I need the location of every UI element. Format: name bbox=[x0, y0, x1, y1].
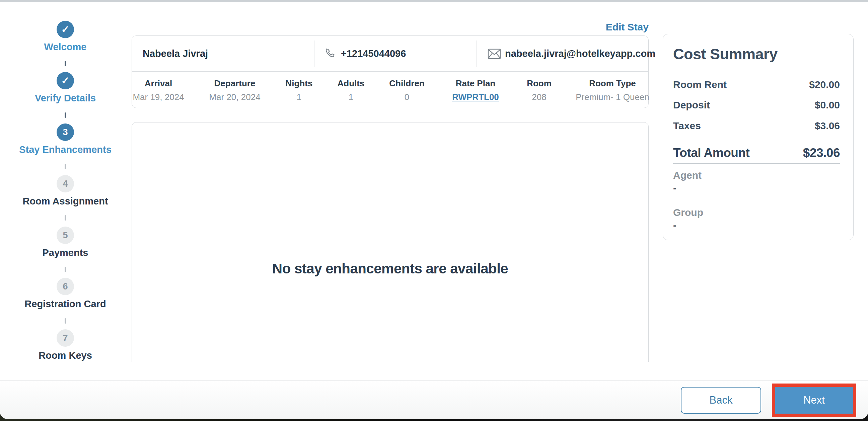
agent-value: - bbox=[673, 183, 677, 194]
cost-row-value: $0.00 bbox=[815, 99, 840, 111]
stay-col-header: Adults bbox=[338, 78, 365, 89]
stay-col-adults: Adults 1 bbox=[338, 72, 365, 102]
cost-total-row: Total Amount $23.06 bbox=[673, 146, 840, 160]
stay-col-room: Room 208 bbox=[527, 72, 552, 102]
stay-col-rate-plan: Rate Plan RWPRTL00 bbox=[452, 72, 499, 102]
cost-summary-card: Cost Summary Room Rent $20.00 Deposit $0… bbox=[663, 34, 854, 240]
guest-email: nabeela.jivraj@hotelkeyapp.com bbox=[488, 36, 655, 72]
stay-col-header: Room bbox=[527, 78, 552, 89]
step-connector bbox=[65, 267, 66, 272]
stay-col-value: 1 bbox=[338, 92, 365, 102]
stay-enhancements-panel: No stay enhancements are available bbox=[132, 122, 649, 362]
group-value: - bbox=[673, 220, 677, 231]
empty-state-message: No stay enhancements are available bbox=[132, 261, 648, 277]
stay-col-value: Mar 20, 2024 bbox=[209, 92, 260, 102]
divider bbox=[314, 40, 314, 67]
stay-col-room-type: Room Type Premium- 1 Queen bbox=[576, 72, 649, 102]
back-button[interactable]: Back bbox=[681, 387, 761, 414]
stay-col-departure: Departure Mar 20, 2024 bbox=[209, 72, 260, 102]
step-circle-room-assignment[interactable]: 4 bbox=[57, 175, 74, 192]
cost-row-label: Room Rent bbox=[673, 79, 727, 90]
step-circle-verify-details[interactable]: ✓ bbox=[57, 72, 74, 89]
group-label: Group bbox=[673, 207, 703, 218]
cost-summary-title: Cost Summary bbox=[673, 45, 778, 63]
cost-row-label: Taxes bbox=[673, 120, 701, 132]
guest-phone-text: +12145044096 bbox=[341, 48, 406, 59]
next-button-highlight: Next bbox=[772, 384, 856, 417]
cost-total-value: $23.06 bbox=[803, 146, 840, 160]
stay-col-value: Mar 19, 2024 bbox=[133, 92, 184, 102]
cost-row-room-rent: Room Rent $20.00 bbox=[673, 79, 840, 90]
check-icon: ✓ bbox=[61, 76, 69, 86]
step-number: 7 bbox=[63, 333, 68, 343]
check-icon: ✓ bbox=[61, 25, 69, 34]
cost-row-value: $3.06 bbox=[815, 120, 840, 132]
rate-plan-link[interactable]: RWPRTL00 bbox=[452, 92, 499, 102]
stay-details-row: Arrival Mar 19, 2024 Departure Mar 20, 2… bbox=[132, 72, 648, 108]
step-circle-stay-enhancements[interactable]: 3 bbox=[57, 124, 74, 141]
agent-label: Agent bbox=[673, 170, 702, 181]
email-icon bbox=[488, 48, 501, 59]
step-circle-room-keys[interactable]: 7 bbox=[57, 329, 74, 347]
stay-col-value: 0 bbox=[389, 92, 424, 102]
step-connector bbox=[65, 61, 66, 66]
divider bbox=[476, 40, 477, 67]
step-label-payments[interactable]: Payments bbox=[5, 247, 126, 258]
stay-col-header: Arrival bbox=[133, 78, 184, 89]
step-label-verify-details[interactable]: Verify Details bbox=[5, 93, 126, 103]
guest-contact-row: Nabeela Jivraj +12145044096 bbox=[132, 36, 648, 72]
guest-info-card: Nabeela Jivraj +12145044096 bbox=[132, 35, 649, 108]
stay-col-header: Children bbox=[389, 78, 424, 89]
step-label-welcome[interactable]: Welcome bbox=[5, 41, 126, 52]
step-label-room-keys[interactable]: Room Keys bbox=[5, 350, 126, 361]
stay-col-value: 1 bbox=[286, 92, 313, 102]
step-label-registration-card[interactable]: Registration Card bbox=[5, 298, 126, 309]
app-window: ✓ Welcome ✓ Verify Details 3 Stay Enhanc… bbox=[0, 0, 868, 419]
stay-col-header: Departure bbox=[209, 78, 260, 89]
guest-email-text: nabeela.jivraj@hotelkeyapp.com bbox=[505, 48, 655, 59]
step-circle-registration-card[interactable]: 6 bbox=[57, 278, 74, 295]
stay-col-value: 208 bbox=[527, 92, 552, 102]
next-button[interactable]: Next bbox=[775, 387, 853, 414]
cost-total-label: Total Amount bbox=[673, 146, 749, 160]
cost-row-label: Deposit bbox=[673, 99, 710, 111]
step-connector bbox=[65, 112, 66, 118]
stay-col-children: Children 0 bbox=[389, 72, 424, 102]
stay-col-arrival: Arrival Mar 19, 2024 bbox=[133, 72, 184, 102]
edit-stay-link[interactable]: Edit Stay bbox=[606, 22, 649, 33]
step-number: 6 bbox=[63, 282, 68, 292]
step-label-stay-enhancements[interactable]: Stay Enhancements bbox=[5, 144, 126, 155]
footer-bar: Back Next bbox=[0, 380, 868, 419]
stay-col-header: Nights bbox=[286, 78, 313, 89]
cost-row-deposit: Deposit $0.00 bbox=[673, 99, 840, 111]
stay-col-header: Rate Plan bbox=[452, 78, 499, 89]
step-number: 4 bbox=[63, 179, 68, 189]
cost-row-taxes: Taxes $3.06 bbox=[673, 120, 840, 132]
step-number: 5 bbox=[63, 230, 68, 240]
step-circle-payments[interactable]: 5 bbox=[57, 227, 74, 244]
stay-col-header: Room Type bbox=[576, 78, 649, 89]
guest-phone: +12145044096 bbox=[323, 36, 406, 72]
cost-row-value: $20.00 bbox=[809, 79, 840, 90]
step-number: 3 bbox=[63, 127, 68, 137]
step-connector bbox=[65, 164, 66, 169]
step-connector bbox=[65, 318, 66, 324]
divider bbox=[673, 163, 840, 164]
stay-col-nights: Nights 1 bbox=[286, 72, 313, 102]
phone-icon bbox=[323, 47, 337, 61]
step-circle-welcome[interactable]: ✓ bbox=[57, 21, 74, 38]
window-top-strip bbox=[0, 0, 868, 2]
step-label-room-assignment[interactable]: Room Assignment bbox=[5, 196, 126, 206]
guest-name: Nabeela Jivraj bbox=[143, 36, 208, 72]
stay-col-value: Premium- 1 Queen bbox=[576, 92, 649, 102]
step-connector bbox=[65, 215, 66, 221]
